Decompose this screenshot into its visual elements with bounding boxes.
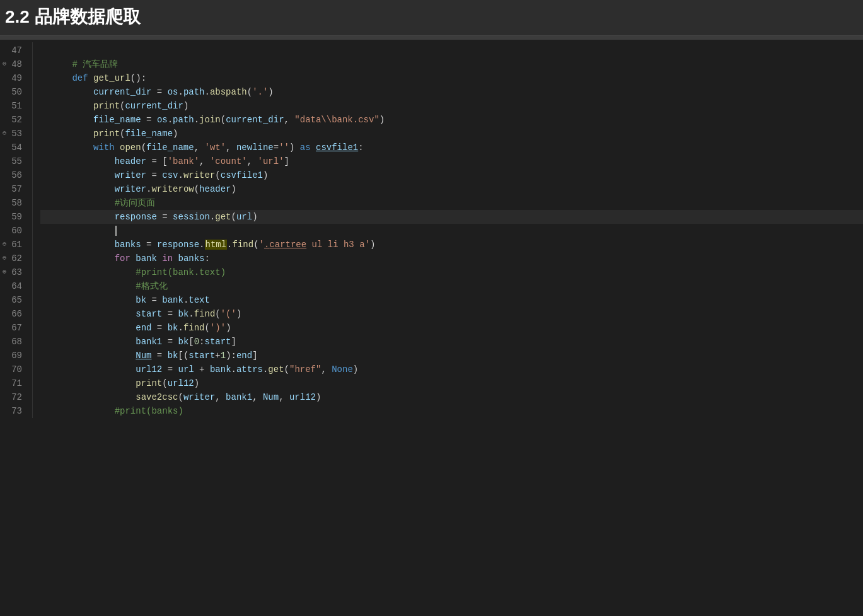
line-68: 68 — [0, 335, 27, 349]
line-55: 55 — [0, 154, 27, 168]
page-title: 2.2 品牌数据爬取 — [5, 5, 141, 29]
line-56: 56 — [0, 168, 27, 182]
line-57: 57 — [0, 182, 27, 196]
line-65: 65 — [0, 293, 27, 307]
line-71: 71 — [0, 376, 27, 390]
code-content: # 汽车品牌 def get_url(): current_dir = os.p… — [33, 42, 863, 418]
line-58: 58 — [0, 196, 27, 210]
line-67: 67 — [0, 321, 27, 335]
line-54: 54 — [0, 141, 27, 154]
line-59: 59 — [0, 210, 27, 224]
line-66: 66 — [0, 307, 27, 321]
code-line-60: banks = response.html.find('.cartree ul … — [40, 224, 863, 238]
code-line-47: # 汽车品牌 — [40, 44, 863, 57]
line-numbers-gutter: 47 ⊖48 49 50 51 52 ⊖53 54 55 56 57 58 59… — [0, 42, 33, 418]
line-64: 64 — [0, 279, 27, 293]
line-69: 69 — [0, 349, 27, 363]
line-53: ⊖53 — [0, 127, 27, 141]
line-70: 70 — [0, 363, 27, 376]
code-line-49: current_dir = os.path.abspath('.') — [40, 71, 863, 85]
header: 2.2 品牌数据爬取 — [0, 0, 863, 36]
line-61: ⊖61 — [0, 238, 27, 252]
code-line-58: response = session.get(url) — [40, 196, 863, 210]
line-47: 47 — [0, 44, 27, 57]
code-editor: 47 ⊖48 49 50 51 52 ⊖53 54 55 56 57 58 59… — [0, 40, 863, 421]
line-50: 50 — [0, 85, 27, 99]
line-73: 73 — [0, 404, 27, 418]
line-60: 60 — [0, 224, 27, 238]
line-48: ⊖48 — [0, 57, 27, 71]
line-52: 52 — [0, 113, 27, 127]
line-63: ⊕63 — [0, 265, 27, 279]
line-62: ⊖62 — [0, 252, 27, 265]
code-line-48: def get_url(): — [40, 57, 863, 71]
line-51: 51 — [0, 99, 27, 113]
line-72: 72 — [0, 390, 27, 404]
line-49: 49 — [0, 71, 27, 85]
